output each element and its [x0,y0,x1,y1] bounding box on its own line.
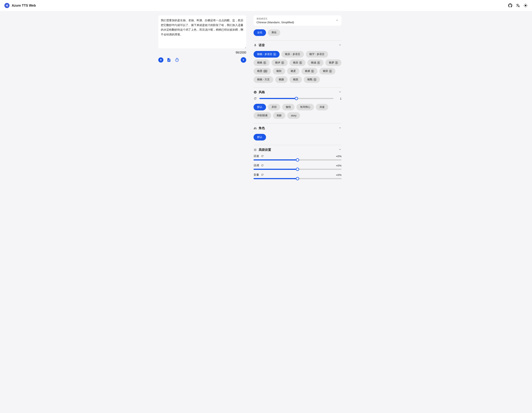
app-title: Azure TTS Web [12,4,36,8]
role-section: 角色 默认 [254,123,342,140]
tts-text-input[interactable] [158,15,246,49]
voice-chip[interactable]: 晓睿S [301,68,317,74]
voice-chip[interactable]: 晓墨SR [254,68,271,74]
style-chip[interactable]: 默认 [254,104,266,110]
text-input-wrap [158,15,246,49]
voice-chip[interactable]: 晓甄S [304,76,320,83]
style-chips: 默认亲切愉悦有同情心兴奋诗歌朗诵抱歉story [254,104,342,119]
mic-icon [254,44,257,47]
style-chip[interactable]: 兴奋 [316,104,328,110]
advanced-pitch: 语调 +0% [254,164,342,170]
style-title: 风格 [259,90,265,94]
svg-rect-0 [6,5,6,6]
svg-rect-1 [6,5,7,6]
voice-chip[interactable]: 晓晓 - 多语言S [254,51,280,58]
timer-button[interactable] [174,57,180,63]
voice-chip[interactable]: 晓晓 - 方言 [254,76,273,83]
actions-left [158,57,180,63]
svg-rect-3 [8,4,8,7]
github-icon[interactable] [508,3,512,8]
reset-icon[interactable] [261,164,264,167]
language-value: Chinese (Mandarin, Simplified) [256,21,294,24]
role-chips: 默认 [254,134,342,140]
style-slider-row: 1 [254,97,342,100]
theme-toggle-icon[interactable] [523,3,528,8]
pitch-slider[interactable] [254,169,342,170]
translate-icon[interactable] [516,3,520,8]
style-section: 风格 1 默认亲切愉悦有同情心兴奋诗歌朗诵抱歉story [254,87,342,119]
people-icon [254,127,257,130]
svg-point-4 [525,5,526,6]
settings-icon [254,148,257,151]
app-header: Azure TTS Web [0,0,532,11]
play-icon [242,59,245,61]
advanced-title: 高级设置 [259,148,271,152]
gender-chips: 女性 男性 [254,29,342,36]
download-icon [160,59,162,61]
gender-female-chip[interactable]: 女性 [254,29,266,36]
download-button[interactable] [158,57,163,63]
speed-label: 语速 [254,154,259,158]
emoji-icon [254,91,257,94]
svg-rect-2 [7,5,7,6]
play-button[interactable] [241,57,246,63]
role-title: 角色 [259,126,265,130]
advanced-volume: 音量 +0% [254,173,342,179]
voice-chip[interactable]: 晓辰 - 多语言 [281,51,304,58]
document-button[interactable] [166,57,171,63]
style-chip[interactable]: 有同情心 [296,104,314,110]
chevron-down-icon[interactable] [339,90,342,94]
left-panel: 98/2000 [158,15,246,179]
voice-chip[interactable]: 晓颜 [275,76,288,83]
voice-chip[interactable]: 晓伊S [272,59,288,66]
voice-chip[interactable]: 晓柔 [287,68,300,74]
voice-chips: 晓晓 - 多语言S晓辰 - 多语言晓宇 - 多语言晓晓S晓伊S晓辰S晓涵S晓梦S… [254,51,342,83]
language-label: 请选择语言 [256,17,294,20]
main-content: 98/2000 请选择语言 Chinese (Mandarin [152,11,380,184]
voice-chip[interactable]: 晓宇 - 多语言 [306,51,328,58]
speed-slider[interactable] [254,159,342,160]
app-logo [4,3,10,8]
advanced-section-header: 高级设置 [254,148,342,152]
advanced-speed: 语速 +0% [254,154,342,160]
style-chip[interactable]: story [287,112,300,119]
style-chip[interactable]: 亲切 [268,104,280,110]
style-chip[interactable]: 诗歌朗诵 [254,112,271,119]
voice-chip[interactable]: 晓辰S [289,59,305,66]
chevron-down-icon [336,19,339,22]
speed-value: +0% [336,155,342,158]
pitch-label: 语调 [254,164,259,167]
style-chip[interactable]: 抱歉 [273,112,285,119]
volume-value: +0% [336,173,342,177]
voice-section-header: 语音 [254,43,342,47]
header-left: Azure TTS Web [4,3,36,8]
voice-section: 语音 晓晓 - 多语言S晓辰 - 多语言晓宇 - 多语言晓晓S晓伊S晓辰S晓涵S… [254,40,342,83]
chevron-down-icon[interactable] [339,148,342,152]
action-bar [158,57,246,63]
reset-icon[interactable] [261,155,264,158]
role-chip[interactable]: 默认 [254,134,266,140]
volume-label: 音量 [254,173,259,177]
style-degree-value: 1 [336,97,342,100]
timer-icon [175,58,179,62]
voice-chip[interactable]: 晓秋 [273,68,285,74]
gender-male-chip[interactable]: 男性 [268,29,280,36]
char-count: 98/2000 [158,51,246,54]
voice-chip[interactable]: 晓晓S [254,59,270,66]
language-select[interactable]: 请选择语言 Chinese (Mandarin, Simplified) [254,15,342,26]
style-chip[interactable]: 愉悦 [282,104,294,110]
chevron-down-icon[interactable] [339,126,342,130]
document-icon [167,58,171,62]
reset-icon[interactable] [254,97,257,100]
voice-chip[interactable]: 晓涵S [307,59,323,66]
voice-chip[interactable]: 晓悠 [289,76,302,83]
chevron-down-icon[interactable] [339,43,342,47]
voice-chip[interactable]: 晓双S [319,68,335,74]
volume-slider[interactable] [254,178,342,179]
pitch-value: +0% [336,164,342,167]
advanced-section: 高级设置 语速 +0% [254,145,342,179]
voice-chip[interactable]: 晓梦S [325,59,342,66]
reset-icon[interactable] [261,173,264,177]
style-degree-slider[interactable] [259,98,333,99]
right-panel: 请选择语言 Chinese (Mandarin, Simplified) 女性 … [254,15,342,179]
